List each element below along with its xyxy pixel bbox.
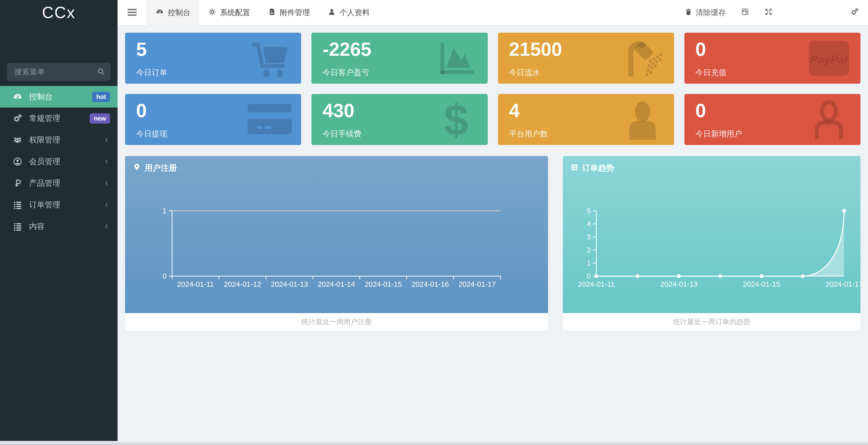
svg-text:A: A <box>746 10 748 13</box>
sidebar-item-label: 会员管理 <box>29 156 103 167</box>
svg-text:2024-01-15: 2024-01-15 <box>743 280 780 288</box>
stat-card-new-users[interactable]: 0 今日新增用户 <box>684 94 861 145</box>
svg-text:2024-01-11: 2024-01-11 <box>177 280 214 288</box>
window-bottom-edge <box>0 441 868 445</box>
stat-card-today-fee[interactable]: 430 今日手续费 $ <box>311 94 488 145</box>
tab-profile[interactable]: 个人资料 <box>319 0 379 25</box>
ruble-icon <box>12 178 23 188</box>
search-icon <box>97 72 105 77</box>
fullscreen-icon <box>765 8 773 18</box>
tab-label: 附件管理 <box>280 7 310 18</box>
user-circle-icon <box>12 156 23 167</box>
user-register-header: 用户注册 <box>133 162 177 174</box>
svg-text:2024-01-11: 2024-01-11 <box>578 280 615 288</box>
search-button[interactable] <box>97 67 105 77</box>
chevron-left-icon <box>103 223 110 230</box>
sidebar-item-member[interactable]: 会员管理 <box>0 151 118 172</box>
user-register-chart: 012024-01-112024-01-122024-01-132024-01-… <box>125 156 548 313</box>
clear-cache-button[interactable]: 清除缓存 <box>685 7 726 18</box>
dashboard-icon <box>12 92 23 102</box>
sidebar-item-general[interactable]: 常规管理 new <box>0 108 118 129</box>
svg-text:2024-01-17: 2024-01-17 <box>826 280 861 288</box>
sidebar-menu: 控制台 hot <box>0 86 118 237</box>
area-chart-icon <box>434 36 478 80</box>
stat-card-today-recharge[interactable]: 0 今日充值 PayPal <box>684 33 861 84</box>
sidebar-item-product[interactable]: 产品管理 <box>0 172 118 194</box>
sidebar-item-auth[interactable]: 权限管理 <box>0 129 118 151</box>
tab-attachment[interactable]: 附件管理 <box>259 0 319 25</box>
svg-text:3: 3 <box>587 233 591 241</box>
dashboard-icon <box>156 8 164 18</box>
order-trend-footer: 统计最近一周订单的趋势 <box>563 313 861 331</box>
list-icon <box>12 200 23 210</box>
sidebar-item-dashboard[interactable]: 控制台 hot <box>0 86 118 108</box>
user-register-panel: 用户注册 012024-01-112024-01-122024-01-13202… <box>125 156 548 331</box>
language-button[interactable]: A <box>741 7 749 18</box>
topbar-actions: 清除缓存 A <box>685 0 868 25</box>
svg-text:2024-01-17: 2024-01-17 <box>458 280 496 288</box>
cogs-icon <box>12 113 23 123</box>
sidebar-search <box>7 63 111 81</box>
paypal-icon: PayPal <box>807 36 851 80</box>
topbar: 控制台 系统配置 <box>118 0 868 25</box>
order-trend-chart: 0123452024-01-112024-01-132024-01-152024… <box>563 156 861 313</box>
settings-button[interactable] <box>850 7 859 18</box>
shower-icon <box>621 36 664 80</box>
sidebar-item-label: 内容 <box>29 221 103 232</box>
chevron-left-icon <box>103 137 110 143</box>
sidebar-item-label: 控制台 <box>29 91 92 102</box>
hamburger-icon <box>128 8 136 17</box>
sidebar-item-content[interactable]: 内容 <box>0 216 118 237</box>
fullscreen-button[interactable] <box>765 8 773 18</box>
list-icon <box>12 221 23 231</box>
tab-label: 控制台 <box>168 7 190 18</box>
cogs-icon <box>850 7 859 18</box>
stat-card-today-pnl[interactable]: -2265 今日客户盈亏 <box>311 33 488 84</box>
trash-icon <box>685 8 692 17</box>
tab-bar: 控制台 系统配置 <box>147 0 379 25</box>
svg-text:5: 5 <box>587 207 591 215</box>
hot-badge: hot <box>92 92 110 102</box>
sidebar-item-label: 订单管理 <box>29 200 103 210</box>
user-register-chart-area: 用户注册 012024-01-112024-01-122024-01-13202… <box>125 156 548 313</box>
stat-card-today-orders[interactable]: 5 今日订单 <box>125 33 301 84</box>
gear-icon <box>209 8 216 17</box>
map-marker-icon <box>133 163 141 173</box>
user-register-footer: 统计最近一周用户注册 <box>125 313 548 331</box>
svg-text:1: 1 <box>587 259 591 267</box>
chart-title: 用户注册 <box>145 162 177 174</box>
tab-dashboard[interactable]: 控制台 <box>147 0 199 25</box>
chevron-left-icon <box>103 180 110 186</box>
svg-text:$: $ <box>444 97 468 142</box>
hamburger-button[interactable] <box>118 0 147 25</box>
sidebar-item-order[interactable]: 订单管理 <box>0 194 118 216</box>
dollar-icon: $ <box>434 97 478 142</box>
svg-text:2: 2 <box>587 246 591 254</box>
svg-text:PayPal: PayPal <box>810 53 848 66</box>
svg-text:2024-01-15: 2024-01-15 <box>365 280 402 288</box>
svg-text:2024-01-12: 2024-01-12 <box>224 280 261 288</box>
svg-text:0: 0 <box>162 272 166 280</box>
credit-card-icon <box>248 97 291 142</box>
user-solid-icon <box>621 97 664 142</box>
chart-title: 订单趋势 <box>582 162 614 174</box>
sidebar-item-label: 产品管理 <box>29 178 103 188</box>
cart-icon <box>248 36 291 80</box>
order-trend-chart-area: 订单趋势 0123452024-01-112024-01-132024-01-1… <box>563 156 861 313</box>
svg-text:0: 0 <box>587 272 591 280</box>
stat-card-platform-users[interactable]: 4 平台用户数 <box>498 94 674 145</box>
svg-text:2024-01-13: 2024-01-13 <box>660 280 698 288</box>
svg-text:1: 1 <box>162 207 166 215</box>
stat-card-today-withdraw[interactable]: 0 今日提现 <box>125 94 301 145</box>
app-logo: CCx <box>0 0 118 25</box>
order-trend-header: 订单趋势 <box>571 162 614 174</box>
language-icon: A <box>741 7 749 18</box>
clear-cache-label: 清除缓存 <box>696 7 726 18</box>
tab-system-config[interactable]: 系统配置 <box>199 0 259 25</box>
main-content: 5 今日订单 -2265 今日客户盈亏 <box>118 25 868 445</box>
chevron-left-icon <box>103 202 110 208</box>
stat-card-today-flow[interactable]: 21500 今日流水 <box>498 33 674 84</box>
search-input[interactable] <box>7 63 111 81</box>
sidebar-item-label: 权限管理 <box>29 135 103 145</box>
users-icon <box>12 135 23 145</box>
